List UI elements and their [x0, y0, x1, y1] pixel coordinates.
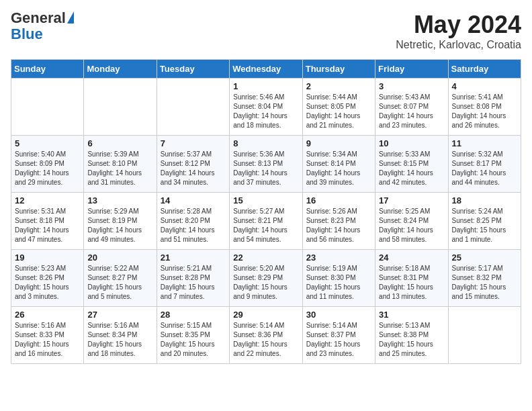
calendar-cell: 3Sunrise: 5:43 AM Sunset: 8:07 PM Daylig…	[375, 79, 448, 136]
day-info: Sunrise: 5:21 AM Sunset: 8:28 PM Dayligh…	[161, 264, 226, 302]
calendar-cell: 26Sunrise: 5:16 AM Sunset: 8:33 PM Dayli…	[11, 307, 84, 364]
header-wednesday: Wednesday	[230, 60, 302, 79]
day-number: 21	[161, 253, 226, 263]
day-number: 6	[87, 138, 152, 148]
day-number: 10	[379, 138, 444, 148]
day-info: Sunrise: 5:36 AM Sunset: 8:13 PM Dayligh…	[233, 150, 298, 187]
calendar-cell: 12Sunrise: 5:31 AM Sunset: 8:18 PM Dayli…	[11, 193, 84, 250]
calendar-cell: 23Sunrise: 5:19 AM Sunset: 8:30 PM Dayli…	[302, 250, 375, 307]
day-info: Sunrise: 5:23 AM Sunset: 8:26 PM Dayligh…	[15, 264, 80, 302]
day-info: Sunrise: 5:25 AM Sunset: 8:24 PM Dayligh…	[379, 207, 444, 244]
calendar-cell: 24Sunrise: 5:18 AM Sunset: 8:31 PM Dayli…	[375, 250, 448, 307]
header-saturday: Saturday	[448, 60, 521, 79]
calendar-cell	[448, 307, 521, 364]
day-info: Sunrise: 5:40 AM Sunset: 8:09 PM Dayligh…	[15, 150, 80, 187]
page-header: General Blue May 2024 Netretic, Karlovac…	[11, 11, 521, 51]
day-number: 17	[379, 195, 444, 205]
calendar-cell: 17Sunrise: 5:25 AM Sunset: 8:24 PM Dayli…	[375, 193, 448, 250]
day-info: Sunrise: 5:14 AM Sunset: 8:36 PM Dayligh…	[233, 321, 298, 359]
day-info: Sunrise: 5:16 AM Sunset: 8:34 PM Dayligh…	[87, 321, 152, 359]
day-number: 28	[161, 310, 226, 320]
day-number: 5	[15, 138, 80, 148]
day-number: 18	[452, 195, 517, 205]
calendar-cell: 16Sunrise: 5:26 AM Sunset: 8:23 PM Dayli…	[302, 193, 375, 250]
calendar-cell: 10Sunrise: 5:33 AM Sunset: 8:15 PM Dayli…	[375, 136, 448, 193]
calendar-cell: 11Sunrise: 5:32 AM Sunset: 8:17 PM Dayli…	[448, 136, 521, 193]
calendar-cell: 21Sunrise: 5:21 AM Sunset: 8:28 PM Dayli…	[157, 250, 229, 307]
calendar-week-3: 12Sunrise: 5:31 AM Sunset: 8:18 PM Dayli…	[11, 193, 521, 250]
day-info: Sunrise: 5:46 AM Sunset: 8:04 PM Dayligh…	[233, 93, 298, 130]
day-info: Sunrise: 5:22 AM Sunset: 8:27 PM Dayligh…	[87, 264, 152, 302]
day-info: Sunrise: 5:16 AM Sunset: 8:33 PM Dayligh…	[15, 321, 80, 359]
calendar-cell: 27Sunrise: 5:16 AM Sunset: 8:34 PM Dayli…	[84, 307, 157, 364]
logo-triangle-icon	[67, 11, 74, 24]
calendar-cell	[84, 79, 157, 136]
day-info: Sunrise: 5:32 AM Sunset: 8:17 PM Dayligh…	[452, 150, 517, 187]
day-number: 27	[87, 310, 152, 320]
calendar-cell: 22Sunrise: 5:20 AM Sunset: 8:29 PM Dayli…	[230, 250, 302, 307]
calendar-cell: 25Sunrise: 5:17 AM Sunset: 8:32 PM Dayli…	[448, 250, 521, 307]
calendar-location: Netretic, Karlovac, Croatia	[396, 39, 521, 51]
day-number: 26	[15, 310, 80, 320]
calendar-cell	[11, 79, 84, 136]
day-number: 30	[306, 310, 371, 320]
calendar-cell: 6Sunrise: 5:39 AM Sunset: 8:10 PM Daylig…	[84, 136, 157, 193]
day-number: 7	[161, 138, 226, 148]
title-block: May 2024 Netretic, Karlovac, Croatia	[396, 11, 521, 51]
calendar-week-2: 5Sunrise: 5:40 AM Sunset: 8:09 PM Daylig…	[11, 136, 521, 193]
day-number: 13	[87, 195, 152, 205]
calendar-cell: 29Sunrise: 5:14 AM Sunset: 8:36 PM Dayli…	[230, 307, 302, 364]
day-number: 12	[15, 195, 80, 205]
header-sunday: Sunday	[11, 60, 84, 79]
day-info: Sunrise: 5:29 AM Sunset: 8:19 PM Dayligh…	[87, 207, 152, 244]
day-number: 25	[452, 253, 517, 263]
day-number: 31	[379, 310, 444, 320]
day-info: Sunrise: 5:34 AM Sunset: 8:14 PM Dayligh…	[306, 150, 371, 187]
day-info: Sunrise: 5:19 AM Sunset: 8:30 PM Dayligh…	[306, 264, 371, 302]
header-thursday: Thursday	[302, 60, 375, 79]
header-friday: Friday	[375, 60, 448, 79]
day-info: Sunrise: 5:13 AM Sunset: 8:38 PM Dayligh…	[379, 321, 444, 359]
logo: General Blue	[11, 11, 74, 43]
calendar-week-4: 19Sunrise: 5:23 AM Sunset: 8:26 PM Dayli…	[11, 250, 521, 307]
day-number: 1	[233, 81, 298, 91]
calendar-cell: 2Sunrise: 5:44 AM Sunset: 8:05 PM Daylig…	[302, 79, 375, 136]
calendar-cell: 1Sunrise: 5:46 AM Sunset: 8:04 PM Daylig…	[230, 79, 302, 136]
calendar-cell: 14Sunrise: 5:28 AM Sunset: 8:20 PM Dayli…	[157, 193, 229, 250]
header-tuesday: Tuesday	[157, 60, 229, 79]
calendar-cell: 13Sunrise: 5:29 AM Sunset: 8:19 PM Dayli…	[84, 193, 157, 250]
day-info: Sunrise: 5:44 AM Sunset: 8:05 PM Dayligh…	[306, 93, 371, 130]
day-number: 16	[306, 195, 371, 205]
day-info: Sunrise: 5:43 AM Sunset: 8:07 PM Dayligh…	[379, 93, 444, 130]
day-number: 20	[87, 253, 152, 263]
day-number: 2	[306, 81, 371, 91]
day-info: Sunrise: 5:31 AM Sunset: 8:18 PM Dayligh…	[15, 207, 80, 244]
calendar-cell: 4Sunrise: 5:41 AM Sunset: 8:08 PM Daylig…	[448, 79, 521, 136]
day-info: Sunrise: 5:37 AM Sunset: 8:12 PM Dayligh…	[161, 150, 226, 187]
calendar-table: SundayMondayTuesdayWednesdayThursdayFrid…	[11, 59, 521, 364]
day-info: Sunrise: 5:20 AM Sunset: 8:29 PM Dayligh…	[233, 264, 298, 302]
day-number: 8	[233, 138, 298, 148]
day-info: Sunrise: 5:39 AM Sunset: 8:10 PM Dayligh…	[87, 150, 152, 187]
logo-general-text: General	[11, 11, 66, 26]
day-number: 23	[306, 253, 371, 263]
day-info: Sunrise: 5:33 AM Sunset: 8:15 PM Dayligh…	[379, 150, 444, 187]
calendar-header-row: SundayMondayTuesdayWednesdayThursdayFrid…	[11, 60, 521, 79]
day-info: Sunrise: 5:17 AM Sunset: 8:32 PM Dayligh…	[452, 264, 517, 302]
calendar-cell: 30Sunrise: 5:14 AM Sunset: 8:37 PM Dayli…	[302, 307, 375, 364]
day-number: 15	[233, 195, 298, 205]
day-number: 4	[452, 81, 517, 91]
calendar-week-5: 26Sunrise: 5:16 AM Sunset: 8:33 PM Dayli…	[11, 307, 521, 364]
calendar-cell: 20Sunrise: 5:22 AM Sunset: 8:27 PM Dayli…	[84, 250, 157, 307]
day-info: Sunrise: 5:18 AM Sunset: 8:31 PM Dayligh…	[379, 264, 444, 302]
day-number: 11	[452, 138, 517, 148]
calendar-cell: 15Sunrise: 5:27 AM Sunset: 8:21 PM Dayli…	[230, 193, 302, 250]
calendar-cell: 18Sunrise: 5:24 AM Sunset: 8:25 PM Dayli…	[448, 193, 521, 250]
day-number: 14	[161, 195, 226, 205]
day-info: Sunrise: 5:15 AM Sunset: 8:35 PM Dayligh…	[161, 321, 226, 359]
calendar-cell: 19Sunrise: 5:23 AM Sunset: 8:26 PM Dayli…	[11, 250, 84, 307]
day-info: Sunrise: 5:14 AM Sunset: 8:37 PM Dayligh…	[306, 321, 371, 359]
calendar-cell: 9Sunrise: 5:34 AM Sunset: 8:14 PM Daylig…	[302, 136, 375, 193]
day-number: 29	[233, 310, 298, 320]
calendar-cell: 7Sunrise: 5:37 AM Sunset: 8:12 PM Daylig…	[157, 136, 229, 193]
